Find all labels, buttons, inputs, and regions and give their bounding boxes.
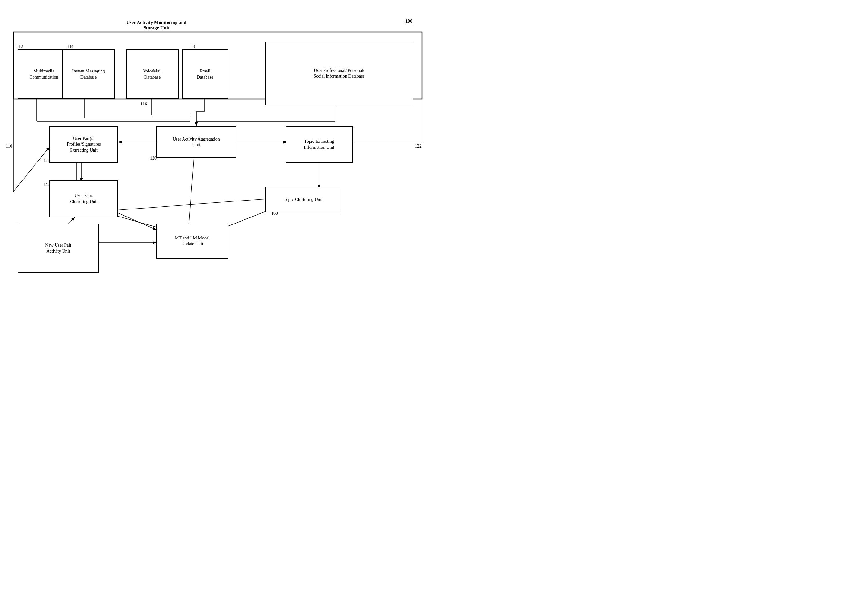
label-140: 140 [43, 182, 50, 187]
new-user-pair-box: New User PairActivity Unit [17, 224, 99, 273]
label-110: 110 [6, 144, 12, 149]
label-120: 120 [150, 156, 157, 161]
im-db-box: Instant MessagingDatabase [62, 50, 115, 99]
diagram: User Activity Monitoring andStorage Unit… [0, 0, 434, 304]
voicemail-db-box: VoiceMailDatabase [126, 50, 179, 99]
header-title: User Activity Monitoring andStorage Unit [108, 20, 204, 31]
svg-line-21 [188, 150, 195, 230]
label-114: 114 [67, 44, 73, 49]
mt-lm-box: MT and LM ModelUpdate Unit [157, 224, 228, 259]
user-pair-profiles-box: User Pair(s)Profiles/SignaturesExtractin… [50, 126, 118, 163]
topic-cluster-box: Topic Clustering Unit [265, 187, 341, 212]
label-122: 122 [415, 144, 422, 149]
user-prof-db-box: User Professional/ Personal/Social Infor… [265, 42, 413, 106]
ref-100: 100 [405, 19, 412, 24]
topic-extract-box: Topic ExtractingInformation Unit [285, 126, 353, 163]
label-124: 124 [43, 158, 50, 163]
svg-line-23 [108, 198, 277, 211]
user-pairs-cluster-box: User PairsClustering Unit [50, 180, 118, 217]
label-116: 116 [140, 101, 147, 107]
user-agg-box: User Activity AggregationUnit [157, 126, 236, 158]
label-112: 112 [17, 44, 23, 49]
label-118: 118 [190, 44, 196, 49]
email-db-box: EmailDatabase [182, 50, 228, 99]
